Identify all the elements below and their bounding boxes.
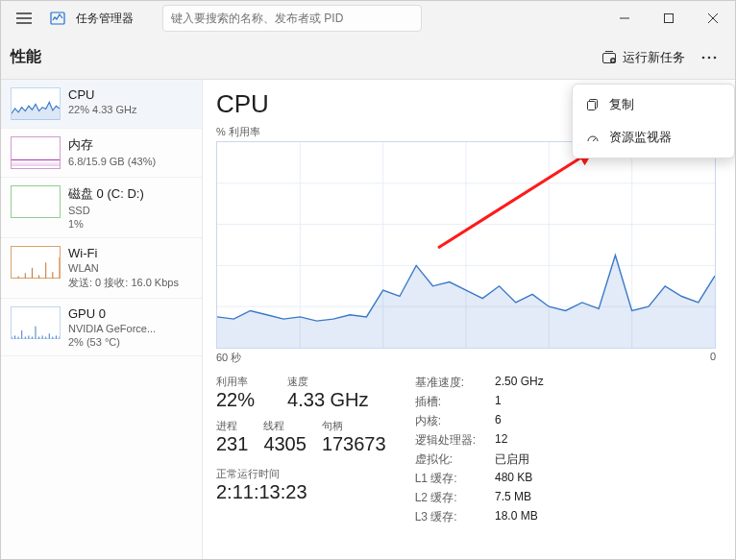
titlebar: 任务管理器 bbox=[1, 1, 735, 36]
processes-label: 进程 bbox=[216, 419, 248, 433]
task-manager-window: 任务管理器 性能 运行新任务 CPU 22% 4.33 GHz bbox=[0, 0, 736, 560]
l2-k: L2 缓存: bbox=[415, 490, 476, 506]
sidebar-item-sub: 6.8/15.9 GB (43%) bbox=[68, 156, 156, 167]
sidebar-item-sub: WLAN bbox=[68, 262, 179, 274]
menu-item-resource-monitor[interactable]: 资源监视器 bbox=[573, 121, 734, 154]
sidebar-item-sub: SSD bbox=[68, 205, 144, 216]
close-button[interactable] bbox=[691, 1, 735, 36]
mini-chart-disk bbox=[11, 185, 61, 218]
app-title: 任务管理器 bbox=[76, 11, 134, 27]
svg-rect-17 bbox=[588, 102, 596, 110]
svg-point-4 bbox=[702, 56, 705, 59]
axis-right-label: 0 bbox=[710, 351, 716, 365]
menu-item-label: 复制 bbox=[609, 96, 634, 113]
maximize-button[interactable] bbox=[647, 1, 691, 36]
gauge-icon bbox=[586, 131, 600, 144]
handles-value: 173673 bbox=[322, 433, 386, 455]
page-title: 性能 bbox=[11, 47, 41, 67]
content: CPU 22% 4.33 GHz 内存 6.8/15.9 GB (43%) 磁盘… bbox=[1, 80, 735, 559]
main-panel: CPU 12th Gen Intel(R) Co % 利用率 60 秒 0 利用… bbox=[203, 80, 735, 559]
sidebar-item-sub2: 发送: 0 接收: 16.0 Kbps bbox=[68, 276, 179, 290]
cpu-details: 基准速度:2.50 GHz 插槽:1 内核:6 逻辑处理器:12 虚拟化:已启用… bbox=[415, 375, 544, 525]
threads-label: 线程 bbox=[263, 419, 307, 433]
svg-point-5 bbox=[708, 56, 711, 59]
speed-value: 4.33 GHz bbox=[287, 389, 386, 411]
sidebar-item-label: Wi-Fi bbox=[68, 246, 179, 260]
uptime-label: 正常运行时间 bbox=[216, 467, 386, 481]
axis-left-label: 60 秒 bbox=[216, 351, 241, 365]
run-new-task-button[interactable]: 运行新任务 bbox=[594, 45, 693, 70]
l2-v: 7.5 MB bbox=[495, 490, 544, 506]
app-icon bbox=[49, 10, 66, 27]
logical-v: 12 bbox=[495, 432, 544, 449]
virt-k: 虚拟化: bbox=[415, 451, 476, 468]
speed-label: 速度 bbox=[287, 375, 386, 389]
context-menu: 复制 资源监视器 bbox=[572, 84, 735, 158]
sidebar-item-label: 磁盘 0 (C: D:) bbox=[68, 185, 144, 203]
logical-k: 逻辑处理器: bbox=[415, 432, 476, 449]
sidebar: CPU 22% 4.33 GHz 内存 6.8/15.9 GB (43%) 磁盘… bbox=[1, 80, 203, 559]
sidebar-item-sub2: 2% (53 °C) bbox=[68, 336, 156, 348]
cores-v: 6 bbox=[495, 413, 544, 429]
sidebar-item-sub: NVIDIA GeForce... bbox=[68, 323, 156, 334]
l1-v: 480 KB bbox=[495, 471, 544, 487]
cpu-chart bbox=[216, 141, 716, 349]
menu-button[interactable] bbox=[7, 1, 41, 36]
l3-k: L3 缓存: bbox=[415, 509, 476, 525]
sockets-k: 插槽: bbox=[415, 394, 476, 410]
sidebar-item-sub2: 1% bbox=[68, 218, 144, 230]
sidebar-item-cpu[interactable]: CPU 22% 4.33 GHz bbox=[1, 80, 202, 129]
svg-point-6 bbox=[714, 56, 717, 59]
menu-item-label: 资源监视器 bbox=[609, 129, 672, 146]
sidebar-item-wifi[interactable]: Wi-Fi WLAN 发送: 0 接收: 16.0 Kbps bbox=[1, 238, 202, 299]
processes-value: 231 bbox=[216, 433, 248, 455]
new-task-icon bbox=[601, 50, 617, 65]
mini-chart-gpu bbox=[11, 306, 61, 339]
minimize-button[interactable] bbox=[602, 1, 647, 36]
handles-label: 句柄 bbox=[322, 419, 386, 433]
menu-item-copy[interactable]: 复制 bbox=[573, 88, 734, 121]
l3-v: 18.0 MB bbox=[495, 509, 544, 525]
more-button[interactable] bbox=[693, 43, 725, 72]
sidebar-item-disk[interactable]: 磁盘 0 (C: D:) SSD 1% bbox=[1, 178, 202, 238]
sidebar-item-label: 内存 bbox=[68, 136, 156, 154]
mini-chart-cpu bbox=[11, 87, 61, 120]
mini-chart-wifi bbox=[11, 246, 61, 279]
toolbar: 性能 运行新任务 bbox=[1, 36, 735, 80]
cores-k: 内核: bbox=[415, 413, 476, 429]
run-task-label: 运行新任务 bbox=[623, 49, 685, 66]
uptime-value: 2:11:13:23 bbox=[216, 481, 386, 503]
sidebar-item-label: GPU 0 bbox=[68, 306, 156, 321]
main-title: CPU bbox=[216, 89, 269, 119]
sidebar-item-gpu[interactable]: GPU 0 NVIDIA GeForce... 2% (53 °C) bbox=[1, 299, 202, 356]
search-input[interactable] bbox=[162, 5, 422, 32]
sidebar-item-memory[interactable]: 内存 6.8/15.9 GB (43%) bbox=[1, 129, 202, 178]
l1-k: L1 缓存: bbox=[415, 471, 476, 487]
base-speed-v: 2.50 GHz bbox=[495, 375, 544, 391]
util-label: 利用率 bbox=[216, 375, 272, 389]
copy-icon bbox=[586, 98, 600, 111]
sidebar-item-label: CPU bbox=[68, 87, 137, 102]
base-speed-k: 基准速度: bbox=[415, 375, 476, 391]
virt-v: 已启用 bbox=[495, 451, 544, 468]
mini-chart-memory bbox=[11, 136, 61, 169]
sidebar-item-sub: 22% 4.33 GHz bbox=[68, 104, 137, 115]
svg-rect-1 bbox=[665, 14, 674, 23]
sockets-v: 1 bbox=[495, 394, 544, 410]
util-value: 22% bbox=[216, 389, 272, 411]
window-controls bbox=[602, 1, 735, 36]
threads-value: 4305 bbox=[263, 433, 307, 455]
